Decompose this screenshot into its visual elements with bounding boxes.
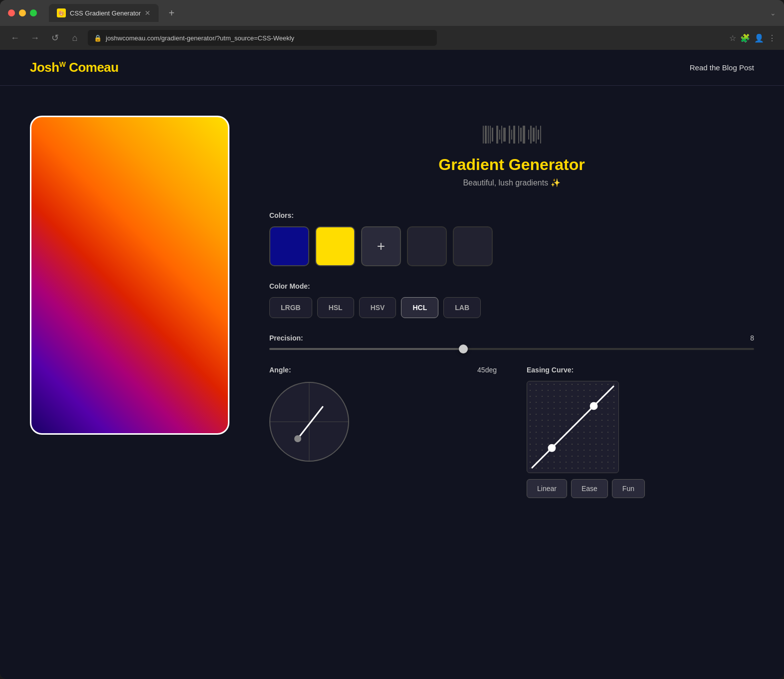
svg-point-1 (294, 435, 301, 442)
mode-lrgb-button[interactable]: LRGB (269, 297, 312, 318)
extensions-icon[interactable]: 🧩 (740, 33, 750, 43)
slider-thumb[interactable] (459, 344, 468, 353)
barcode-bar (533, 128, 535, 142)
barcode-bar (490, 126, 491, 144)
easing-section: Easing Curve: Linear Ease (527, 366, 754, 498)
barcode-bar (501, 126, 502, 144)
precision-slider[interactable] (269, 348, 754, 350)
mode-lab-button[interactable]: LAB (443, 297, 481, 318)
easing-curve-svg (527, 381, 618, 473)
forward-button[interactable]: → (28, 33, 42, 43)
colors-section: Colors: + (269, 211, 754, 266)
home-button[interactable]: ⌂ (68, 33, 82, 43)
barcode-icon (483, 126, 541, 144)
easing-buttons: Linear Ease Fun (527, 479, 754, 498)
gradient-preview (30, 116, 229, 435)
color-mode-buttons: LRGB HSL HSV HCL LAB (269, 297, 754, 318)
barcode-bar (540, 126, 541, 144)
plus-icon: + (377, 238, 385, 254)
tab-expand-button[interactable]: ⌄ (770, 9, 776, 17)
easing-canvas[interactable] (527, 381, 619, 473)
precision-header: Precision: 8 (269, 334, 754, 342)
barcode-bar (488, 126, 489, 144)
slider-fill (269, 348, 463, 350)
barcode-bar (496, 126, 498, 144)
color-slot-empty-1 (407, 226, 447, 266)
minimize-window-button[interactable] (19, 9, 26, 16)
dial-needle-svg (270, 383, 348, 461)
barcode-bar (523, 126, 525, 144)
barcode-bar (528, 130, 529, 140)
add-color-button[interactable]: + (361, 226, 401, 266)
colors-label: Colors: (269, 211, 754, 219)
page-subtitle: Beautiful, lush gradients ✨ (269, 178, 754, 187)
svg-point-3 (590, 402, 598, 410)
easing-label: Easing Curve: (527, 366, 754, 374)
barcode-bar (483, 126, 484, 144)
barcode-bar (509, 126, 510, 144)
logo-text: JoshW Comeau (30, 60, 119, 75)
barcode-bar (530, 126, 532, 144)
barcode-bar (511, 130, 512, 140)
logo-icon-area (269, 126, 754, 144)
mode-hsv-button[interactable]: HSV (359, 297, 396, 318)
precision-label: Precision: (269, 334, 303, 342)
page-content: JoshW Comeau Read the Blog Post (0, 50, 784, 679)
svg-line-2 (532, 386, 613, 468)
maximize-window-button[interactable] (30, 9, 37, 16)
angle-value: 45deg (477, 366, 497, 374)
easing-fun-button[interactable]: Fun (612, 479, 645, 498)
barcode-bar (485, 126, 487, 144)
barcode-bar (513, 126, 515, 144)
blog-post-link[interactable]: Read the Blog Post (690, 63, 754, 72)
gradient-preview-container (30, 116, 229, 604)
refresh-button[interactable]: ↺ (48, 32, 62, 43)
angle-section: Angle: 45deg (269, 366, 497, 498)
color-mode-label: Color Mode: (269, 282, 754, 290)
profile-icon[interactable]: 👤 (754, 33, 764, 43)
browser-actions: ☆ 🧩 👤 ⋮ (729, 33, 776, 43)
svg-point-4 (548, 444, 556, 452)
barcode-bar (518, 126, 519, 144)
barcode-bar (503, 128, 506, 142)
precision-value: 8 (750, 334, 754, 342)
bookmark-icon[interactable]: ☆ (729, 33, 736, 43)
browser-window: 🎨 CSS Gradient Generator ✕ + ⌄ ← → ↺ ⌂ 🔒… (0, 0, 784, 679)
browser-titlebar: 🎨 CSS Gradient Generator ✕ + ⌄ (0, 0, 784, 26)
color-swatch-1[interactable] (269, 226, 309, 266)
controls-panel: Gradient Generator Beautiful, lush gradi… (269, 116, 754, 604)
tab-favicon: 🎨 (57, 8, 66, 17)
menu-icon[interactable]: ⋮ (768, 33, 776, 43)
page-title: Gradient Generator (269, 156, 754, 174)
barcode-bar (538, 130, 539, 140)
bottom-controls: Angle: 45deg (269, 366, 754, 498)
barcode-bar (492, 128, 493, 142)
browser-addressbar: ← → ↺ ⌂ 🔒 joshwcomeau.com/gradient-gener… (0, 26, 784, 50)
angle-header: Angle: 45deg (269, 366, 497, 374)
tab-title: CSS Gradient Generator (70, 9, 141, 17)
mode-hsl-button[interactable]: HSL (317, 297, 354, 318)
new-tab-button[interactable]: + (169, 7, 175, 19)
colors-row: + (269, 226, 754, 266)
close-window-button[interactable] (8, 9, 15, 16)
angle-dial[interactable] (269, 382, 349, 462)
svg-line-0 (298, 407, 323, 439)
easing-ease-button[interactable]: Ease (571, 479, 608, 498)
back-button[interactable]: ← (8, 33, 22, 43)
main-content: Gradient Generator Beautiful, lush gradi… (0, 86, 784, 634)
color-mode-section: Color Mode: LRGB HSL HSV HCL LAB (269, 282, 754, 318)
window-controls (8, 9, 37, 16)
barcode-bar (499, 130, 500, 140)
url-text: joshwcomeau.com/gradient-generator/?utm_… (106, 34, 294, 42)
easing-linear-button[interactable]: Linear (527, 479, 567, 498)
barcode-bar (536, 126, 537, 144)
color-swatch-2[interactable] (315, 226, 355, 266)
site-header: JoshW Comeau Read the Blog Post (0, 50, 784, 86)
browser-tab[interactable]: 🎨 CSS Gradient Generator ✕ (49, 4, 159, 22)
angle-label: Angle: (269, 366, 291, 374)
mode-hcl-button[interactable]: HCL (401, 297, 438, 318)
color-slot-empty-2 (453, 226, 493, 266)
address-bar[interactable]: 🔒 joshwcomeau.com/gradient-generator/?ut… (88, 30, 437, 46)
lock-icon: 🔒 (94, 34, 102, 42)
tab-close-button[interactable]: ✕ (145, 9, 151, 17)
